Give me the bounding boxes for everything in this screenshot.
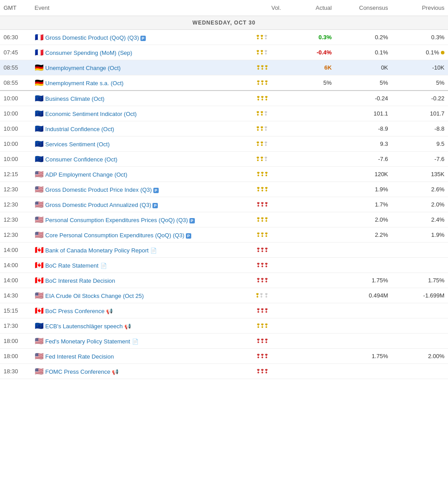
previous-cell — [392, 303, 448, 318]
event-link[interactable]: Personal Consumption Expenditures Prices… — [45, 217, 188, 223]
event-cell: 🇪🇺Industrial Confidence (Oct) — [31, 121, 240, 136]
gmt-cell: 14:00 — [0, 258, 31, 273]
event-link[interactable]: Consumer Confidence (Oct) — [45, 156, 118, 163]
event-cell: 🇺🇸FOMC Press Conference📢 — [31, 364, 240, 379]
table-row: 10:00🇪🇺Economic Sentiment Indicator (Oct… — [0, 106, 448, 121]
event-cell: 🇫🇷Gross Domestic Product (QoQ) (Q3)P — [31, 30, 240, 45]
event-link[interactable]: BoC Interest Rate Decision — [45, 277, 115, 284]
table-row: 14:00🇨🇦Bank of Canada Monetary Policy Re… — [0, 243, 448, 258]
event-link[interactable]: BoC Press Conference — [45, 308, 105, 314]
event-link[interactable]: BoC Rate Statement — [45, 262, 99, 269]
vol-cell: ❢❢❢ — [239, 30, 284, 45]
country-flag: 🇪🇺 — [35, 155, 44, 163]
gmt-cell: 12:30 — [0, 212, 31, 227]
event-link[interactable]: Unemployment Change (Oct) — [45, 65, 121, 71]
consensus-cell: 0.494M — [335, 288, 391, 303]
event-cell: 🇺🇸Gross Domestic Product Price Index (Q3… — [31, 182, 240, 197]
consensus-cell: 1.75% — [335, 349, 391, 364]
event-cell: 🇪🇺Economic Sentiment Indicator (Oct) — [31, 106, 240, 121]
previous-cell: 2.6% — [392, 182, 448, 197]
event-link[interactable]: Gross Domestic Product Annualized (Q3) — [45, 202, 152, 208]
event-link[interactable]: Core Personal Consumption Expenditures (… — [45, 232, 185, 239]
event-link[interactable]: Fed's Monetary Policy Statement — [45, 338, 130, 345]
event-link[interactable]: Economic Sentiment Indicator (Oct) — [45, 111, 137, 117]
event-cell: 🇺🇸ADP Employment Change (Oct) — [31, 167, 240, 182]
revised-dot — [441, 51, 444, 54]
previous-cell — [392, 258, 448, 273]
event-link[interactable]: EIA Crude Oil Stocks Change (Oct 25) — [45, 293, 144, 299]
vol-cell: ❢❢❢ — [239, 288, 284, 303]
event-link[interactable]: Industrial Confidence (Oct) — [45, 126, 115, 132]
country-flag: 🇫🇷 — [35, 49, 44, 56]
actual-cell — [284, 197, 335, 212]
document-icon: 📄 — [100, 263, 107, 269]
table-row: 15:15🇨🇦BoC Press Conference📢❢❢❢ — [0, 303, 448, 318]
gmt-cell: 10:00 — [0, 136, 31, 152]
previous-cell: 0.1% — [392, 45, 448, 60]
consensus-cell: 1.9% — [335, 182, 391, 197]
actual-cell: -0.4% — [284, 45, 335, 60]
event-link[interactable]: Consumer Spending (MoM) (Sep) — [45, 50, 132, 56]
vol-cell: ❢❢❢ — [239, 182, 284, 197]
event-link[interactable]: ADP Employment Change (Oct) — [45, 171, 127, 178]
actual-cell — [284, 334, 335, 349]
event-link[interactable]: Unemployment Rate s.a. (Oct) — [45, 80, 124, 87]
vol-cell: ❢❢❢ — [239, 91, 284, 106]
previous-cell: -10K — [392, 60, 448, 75]
table-row: 18:00🇺🇸Fed's Monetary Policy Statement📄❢… — [0, 334, 448, 349]
vol-cell: ❢❢❢ — [239, 167, 284, 182]
header-row: GMT Event Vol. Actual Consensus Previous — [0, 0, 448, 16]
consensus-cell: -0.24 — [335, 91, 391, 106]
event-cell: 🇺🇸Fed Interest Rate Decision — [31, 349, 240, 364]
table-row: 10:00🇪🇺Business Climate (Oct)❢❢❢-0.24-0.… — [0, 91, 448, 106]
table-row: 12:30🇺🇸Gross Domestic Product Annualized… — [0, 197, 448, 212]
actual-cell — [284, 91, 335, 106]
gmt-cell: 18:00 — [0, 334, 31, 349]
table-row: 14:00🇨🇦BoC Interest Rate Decision❢❢❢1.75… — [0, 273, 448, 288]
table-row: 18:30🇺🇸FOMC Press Conference📢❢❢❢ — [0, 364, 448, 379]
actual-cell — [284, 273, 335, 288]
event-link[interactable]: ECB's Lautenschläger speech — [45, 323, 123, 330]
event-link[interactable]: Fed Interest Rate Decision — [45, 353, 114, 360]
previous-cell: 1.9% — [392, 227, 448, 243]
event-link[interactable]: Services Sentiment (Oct) — [45, 141, 110, 148]
event-cell: 🇪🇺Consumer Confidence (Oct) — [31, 152, 240, 167]
vol-cell: ❢❢❢ — [239, 60, 284, 75]
vol-cell: ❢❢❢ — [239, 45, 284, 60]
gmt-cell: 18:30 — [0, 364, 31, 379]
consensus-cell: 5% — [335, 75, 391, 91]
consensus-cell — [335, 258, 391, 273]
event-link[interactable]: Business Climate (Oct) — [45, 95, 105, 102]
speaker-icon: 📢 — [112, 369, 119, 375]
col-header-vol: Vol. — [239, 0, 284, 16]
previous-cell: -8.8 — [392, 121, 448, 136]
table-row: 14:00🇨🇦BoC Rate Statement📄❢❢❢ — [0, 258, 448, 273]
table-row: 14:30🇺🇸EIA Crude Oil Stocks Change (Oct … — [0, 288, 448, 303]
preliminary-badge: P — [152, 203, 158, 208]
gmt-cell: 10:00 — [0, 106, 31, 121]
actual-cell — [284, 152, 335, 167]
table-row: 18:00🇺🇸Fed Interest Rate Decision❢❢❢1.75… — [0, 349, 448, 364]
economic-calendar-table: GMT Event Vol. Actual Consensus Previous… — [0, 0, 448, 379]
gmt-cell: 10:00 — [0, 152, 31, 167]
previous-cell — [392, 334, 448, 349]
event-cell: 🇪🇺ECB's Lautenschläger speech📢 — [31, 318, 240, 334]
speaker-icon: 📢 — [106, 308, 113, 314]
event-cell: 🇺🇸Fed's Monetary Policy Statement📄 — [31, 334, 240, 349]
event-link[interactable]: Gross Domestic Product (QoQ) (Q3) — [45, 34, 139, 41]
previous-cell: 101.7 — [392, 106, 448, 121]
consensus-cell: 0.1% — [335, 45, 391, 60]
gmt-cell: 15:15 — [0, 303, 31, 318]
event-link[interactable]: Bank of Canada Monetary Policy Report — [45, 247, 149, 254]
consensus-cell: -8.9 — [335, 121, 391, 136]
event-cell: 🇨🇦BoC Rate Statement📄 — [31, 258, 240, 273]
event-cell: 🇨🇦BoC Interest Rate Decision — [31, 273, 240, 288]
actual-cell — [284, 364, 335, 379]
actual-value: 6K — [325, 64, 332, 71]
event-link[interactable]: Gross Domestic Product Price Index (Q3) — [45, 186, 152, 193]
country-flag: 🇪🇺 — [35, 110, 44, 117]
consensus-cell — [335, 243, 391, 258]
previous-cell: 1.75% — [392, 273, 448, 288]
event-cell: 🇨🇦Bank of Canada Monetary Policy Report📄 — [31, 243, 240, 258]
event-link[interactable]: FOMC Press Conference — [45, 368, 111, 375]
